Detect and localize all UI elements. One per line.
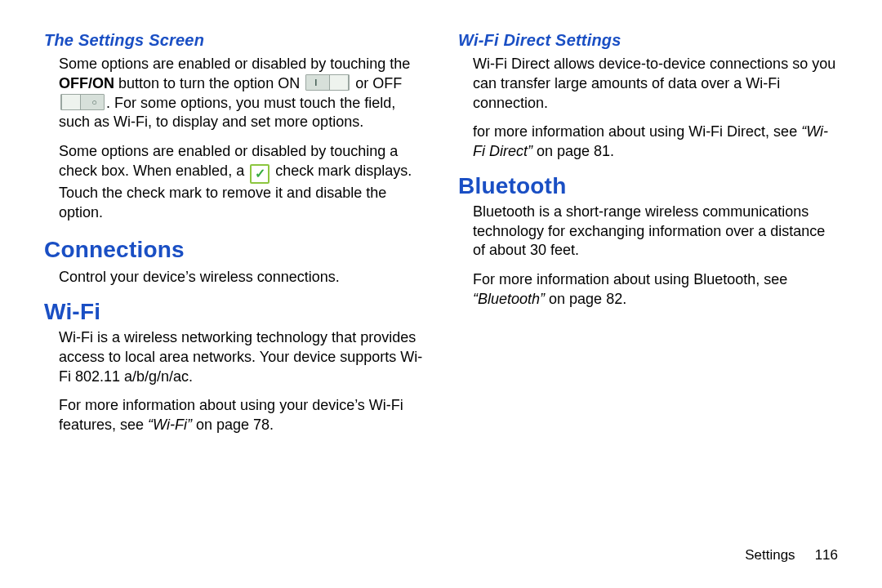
toggle-on-icon bbox=[305, 74, 350, 91]
text: . For some options, you must touch the f… bbox=[59, 95, 395, 131]
toggle-off-icon bbox=[60, 94, 105, 110]
settings-screen-para-1: Some options are enabled or disabled by … bbox=[59, 55, 424, 132]
text: on page 81. bbox=[532, 143, 614, 159]
bluetooth-heading: Bluetooth bbox=[458, 173, 838, 199]
left-column: The Settings Screen Some options are ena… bbox=[44, 31, 424, 539]
connections-para: Control your device’s wireless connectio… bbox=[59, 268, 424, 287]
page-footer: Settings116 bbox=[44, 539, 838, 564]
wifi-direct-heading: Wi-Fi Direct Settings bbox=[458, 31, 838, 50]
text: Some options are enabled or disabled by … bbox=[59, 56, 410, 72]
footer-section: Settings bbox=[745, 547, 795, 563]
text: on page 82. bbox=[545, 291, 626, 307]
wifi-direct-para-2: for more information about using Wi-Fi D… bbox=[473, 122, 838, 162]
connections-heading: Connections bbox=[44, 237, 424, 263]
checkmark-icon: ✓ bbox=[250, 164, 270, 184]
wifi-direct-para-1: Wi-Fi Direct allows device-to-device con… bbox=[473, 55, 838, 113]
text: on page 78. bbox=[192, 416, 274, 433]
bluetooth-xref: “Bluetooth” bbox=[473, 291, 545, 307]
settings-screen-para-2: Some options are enabled or disabled by … bbox=[59, 142, 424, 222]
text: for more information about using Wi-Fi D… bbox=[473, 123, 801, 140]
wifi-xref: “Wi-Fi” bbox=[148, 416, 192, 433]
bluetooth-para-2: For more information about using Bluetoo… bbox=[473, 270, 838, 310]
right-column: Wi-Fi Direct Settings Wi-Fi Direct allow… bbox=[458, 31, 838, 539]
text: For more information about using Bluetoo… bbox=[473, 271, 787, 287]
text: or OFF bbox=[351, 75, 402, 91]
manual-page: The Settings Screen Some options are ena… bbox=[0, 0, 882, 588]
wifi-para-2: For more information about using your de… bbox=[59, 396, 424, 435]
page-number: 116 bbox=[815, 547, 838, 563]
off-on-label: OFF/ON bbox=[59, 75, 114, 91]
wifi-heading: Wi-Fi bbox=[44, 299, 424, 325]
wifi-para-1: Wi-Fi is a wireless networking technolog… bbox=[59, 328, 424, 386]
two-column-layout: The Settings Screen Some options are ena… bbox=[44, 31, 838, 539]
bluetooth-para-1: Bluetooth is a short-range wireless comm… bbox=[473, 203, 838, 261]
settings-screen-heading: The Settings Screen bbox=[44, 31, 424, 50]
text: button to turn the option ON bbox=[114, 75, 304, 91]
